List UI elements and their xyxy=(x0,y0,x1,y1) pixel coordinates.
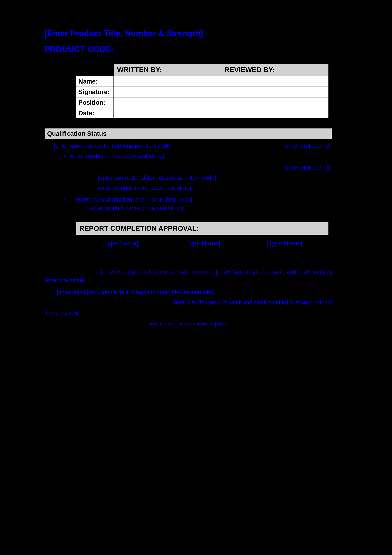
report-section: REPORT COMPLETION APPROVAL: [Type Name] … xyxy=(76,222,329,248)
written-by-header: WRITTEN BY: xyxy=(114,63,221,76)
date-label: Date: xyxy=(76,108,114,118)
bottom-section: [enter blend/granulate name and batch nu… xyxy=(44,267,332,328)
qual-line1: [enter raw material item description, it… xyxy=(54,142,172,150)
report-names-row: [Type Name] [Type Name] [Type Name] xyxy=(76,238,329,248)
table-row: Position: xyxy=(76,97,329,108)
report-approval-header: REPORT COMPLETION APPROVAL: xyxy=(76,222,329,235)
bottom-line2: [enter blend/granulate name and batch nu… xyxy=(44,288,332,296)
name-label: Name: xyxy=(76,76,114,87)
report-name-3: [Type Name] xyxy=(267,240,303,247)
reviewed-by-header: REVIEWED BY: xyxy=(221,63,329,76)
bottom-line4: [Local /export] xyxy=(44,309,332,318)
qual-bullet2: enter raw material item description, ite… xyxy=(44,195,332,212)
bottom-line3: [enter Cap/Tsb product name and batch nu… xyxy=(172,298,332,307)
bottom-line1-cont: [enter site name] xyxy=(44,276,332,285)
qual-line1-right: [enter protocol no] xyxy=(285,142,332,150)
position-reviewed[interactable] xyxy=(221,97,329,108)
name-reviewed[interactable] xyxy=(221,76,329,87)
qualification-section: Qualification Status [enter raw material… xyxy=(44,128,332,212)
date-written[interactable] xyxy=(114,108,221,118)
name-written[interactable] xyxy=(114,76,221,87)
report-name-1: [Type Name] xyxy=(102,240,138,247)
table-row: Signature: xyxy=(76,87,329,97)
position-written[interactable] xyxy=(114,97,221,108)
qual-line2b: enter product name, code and lot no] xyxy=(98,184,332,192)
approval-table: WRITTEN BY: REVIEWED BY: Name: Signature… xyxy=(76,63,329,119)
qual-line2: [enter raw material item description, it… xyxy=(98,174,332,182)
table-row: Date: xyxy=(76,108,329,118)
table-row: Name: xyxy=(76,76,329,87)
signature-reviewed[interactable] xyxy=(221,87,329,97)
qualification-header: Qualification Status xyxy=(44,128,332,139)
signature-written[interactable] xyxy=(114,87,221,97)
qual-protocol-right: [enter protocol no] xyxy=(44,163,332,172)
product-title: [Enter Product Title, Number & Strength] xyxy=(44,29,345,38)
report-name-2: [Type Name] xyxy=(185,240,220,247)
date-reviewed[interactable] xyxy=(221,108,329,118)
signature-label: Signature: xyxy=(76,87,114,97)
bottom-line1: [enter blend/granulate name and batch nu… xyxy=(101,269,332,275)
position-label: Position: xyxy=(76,97,114,108)
product-code: PRODUCT CODE: xyxy=(44,44,345,54)
bottom-line5: and from previous interim reports. xyxy=(44,319,332,328)
qual-bullet1: [enter product name, code and lot no] xyxy=(44,152,332,160)
